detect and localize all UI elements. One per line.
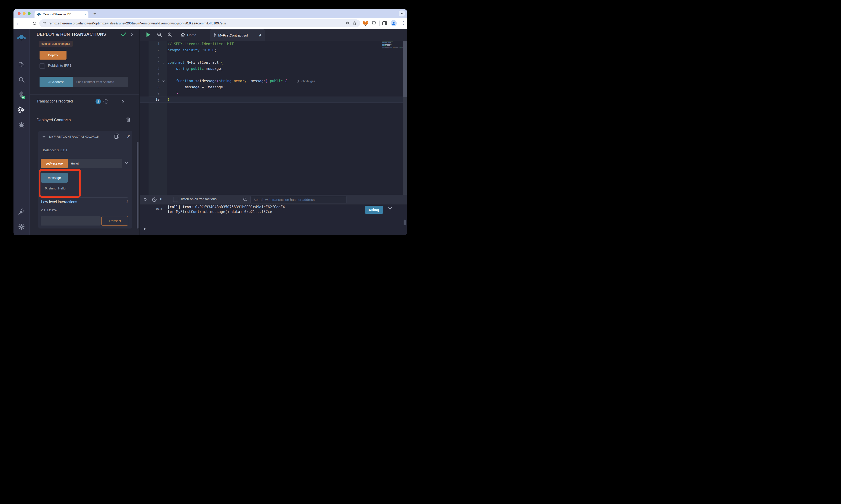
reload-button[interactable] [32,20,37,26]
remix-logo-icon[interactable] [17,34,25,42]
expand-args-chevron-icon[interactable] [125,162,128,164]
code-line[interactable]: 7 function setMessage(string memory _mes… [140,78,403,84]
compiled-check-icon [121,32,126,37]
browser-window: Remix - Ethereum IDE × + ← → remix.ether… [14,9,407,235]
call-badge: CALL [156,208,163,211]
panel-expand-chevron-icon[interactable] [131,33,133,37]
new-tab-button[interactable]: + [92,11,98,17]
deploy-button[interactable]: Deploy [39,51,67,59]
publish-ipfs-checkbox[interactable] [39,64,45,69]
contract-collapse-chevron-icon[interactable] [42,136,46,138]
set-message-button[interactable]: setMessage [41,159,68,168]
chevron-down-icon [400,12,403,15]
terminal-scrollbar-thumb[interactable] [404,220,406,225]
code-line[interactable]: 6 [140,72,403,78]
close-window-button[interactable] [18,12,21,15]
solidity-compiler-icon[interactable] [18,91,25,100]
copy-address-icon[interactable] [115,133,119,139]
evm-version-badge: evm version: shanghai [39,41,72,47]
at-address-input[interactable] [73,77,128,87]
listen-label: listen on all transactions [181,197,217,201]
deployed-contracts-title: Deployed Contracts [37,118,71,122]
metamask-extension-icon[interactable] [363,20,368,26]
forward-button[interactable]: → [23,20,29,26]
plugin-manager-icon[interactable] [18,208,25,215]
zoom-in-icon[interactable] [168,32,173,37]
code-lines[interactable]: 1// SPDX-License-Identifier: MIT2pragma … [140,41,403,103]
set-message-input[interactable] [68,159,122,168]
zoom-page-icon[interactable] [346,21,350,25]
calldata-label: CALLDATA [41,209,57,212]
file-explorer-icon[interactable] [18,61,25,68]
terminal-search-icon [243,197,247,202]
code-line[interactable]: 4contract MyFirstContract { [140,59,403,66]
terminal-prompt[interactable]: > [144,227,146,231]
search-icon[interactable] [18,76,25,83]
site-settings-icon[interactable] [42,21,46,25]
home-icon [181,33,185,37]
run-script-play-icon[interactable] [147,32,150,37]
back-button[interactable]: ← [15,20,21,26]
main-area: Home MyFirstContract.sol ✗ 1// SPDX-Lice… [140,29,407,235]
code-line[interactable]: 8 message = _message; [140,84,403,90]
low-level-label: Low level interactions [41,200,77,204]
transactions-chevron-icon[interactable] [122,100,124,103]
at-address-button[interactable]: At Address [39,77,73,87]
infinite-gas-note: infinite gas [297,78,315,84]
transactions-info-icon[interactable]: i [104,99,108,104]
debugger-icon[interactable] [18,122,25,128]
profile-avatar[interactable] [391,20,397,26]
low-level-info-icon[interactable]: i [125,199,130,204]
tab-myfirstcontract[interactable]: MyFirstContract.sol ✗ [210,30,265,41]
code-line[interactable]: 2pragma solidity ^0.8.0; [140,47,403,53]
transact-button[interactable]: Transact [101,216,128,226]
deploy-run-icon[interactable] [18,106,25,113]
code-line[interactable]: 3 [140,53,403,59]
code-line[interactable]: 9 } [140,90,403,96]
tab-home-label: Home [187,33,196,37]
settings-gear-icon[interactable] [18,223,25,230]
minimize-window-button[interactable] [23,12,25,15]
terminal-toolbar: 0 listen on all transactions [140,195,407,205]
toolbar-separator [379,20,380,26]
editor-scrollbar-thumb[interactable] [403,41,407,97]
debug-button[interactable]: Debug [365,206,383,214]
extensions-puzzle-icon[interactable] [371,20,377,26]
panel-scrollbar[interactable] [137,142,138,229]
editor-minimap[interactable] [382,41,403,51]
maximize-window-button[interactable] [28,12,31,15]
deploy-run-panel: DEPLOY & RUN TRANSACTIONS evm version: s… [30,29,139,235]
browser-menu-icon[interactable]: ⋮ [401,20,406,25]
icon-rail [14,29,30,235]
code-line[interactable]: 1// SPDX-License-Identifier: MIT [140,41,403,47]
code-line[interactable]: 5 string public message; [140,66,403,72]
log-expand-chevron-icon[interactable] [388,207,392,210]
tab-close-icon[interactable]: × [84,13,86,16]
terminal: 0 listen on all transactions CALL [call]… [140,195,407,235]
terminal-search-input[interactable] [251,196,346,203]
zoom-out-icon[interactable] [157,32,162,37]
trash-icon[interactable] [126,117,130,122]
clear-console-icon[interactable] [152,197,157,202]
bookmark-star-icon[interactable] [353,21,357,25]
url-bar[interactable]: remix.ethereum.org/#lang=en&optimize=fal… [39,19,360,27]
code-line[interactable]: 10} [140,96,403,103]
contract-balance: Balance: 0. ETH [43,148,67,152]
listen-checkbox[interactable] [173,197,178,202]
terminal-log[interactable]: [call] from: 0x9Cf934043aD350758391b0D01… [168,205,285,214]
panel-title: DEPLOY & RUN TRANSACTIONS [37,32,106,37]
remix-favicon [37,13,41,16]
url-text[interactable]: remix.ethereum.org/#lang=en&optimize=fal… [49,21,343,25]
tab-search-button[interactable] [399,11,405,16]
browser-tab[interactable]: Remix - Ethereum IDE × [35,11,88,18]
tab-home[interactable]: Home [177,29,200,41]
contract-title[interactable]: MYFIRSTCONTRACT AT 0X10F...5 [49,135,113,138]
transactions-recorded-label: Transactions recorded [37,99,73,103]
code-editor[interactable]: 1// SPDX-License-Identifier: MIT2pragma … [140,41,407,195]
editor-scrollbar[interactable] [403,41,407,195]
collapse-terminal-icon[interactable] [143,197,147,202]
tab-file-close-icon[interactable]: ✗ [259,33,262,37]
sidebar-toggle-icon[interactable] [382,20,388,26]
remove-contract-icon[interactable]: ✗ [127,134,130,139]
calldata-input[interactable] [41,216,101,226]
